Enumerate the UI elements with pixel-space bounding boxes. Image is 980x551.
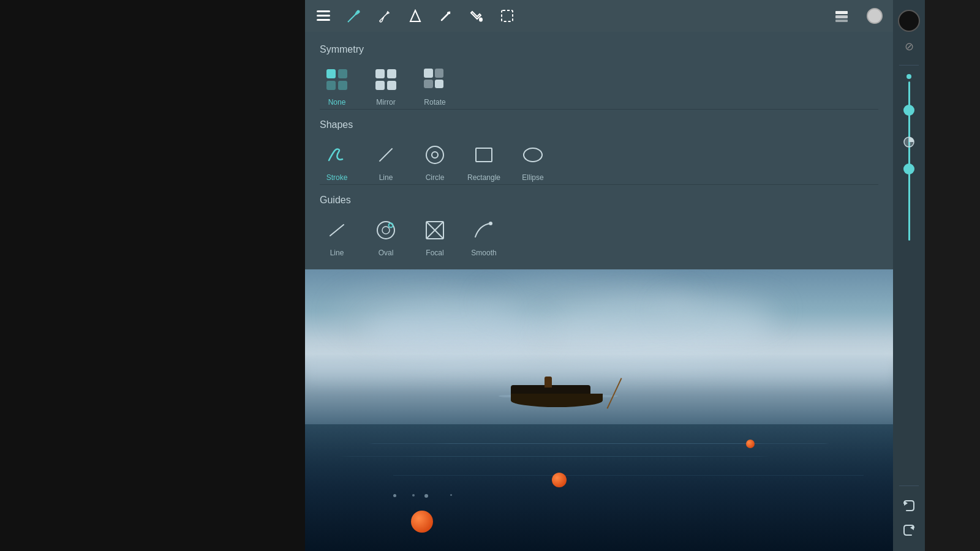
ripple-2 <box>334 456 775 457</box>
svg-rect-8 <box>835 11 848 14</box>
shape-stroke-label: Stroke <box>326 173 348 182</box>
shape-circle-button[interactable]: Circle <box>418 140 452 182</box>
oval-icon <box>374 219 398 242</box>
undo-button[interactable] <box>898 495 920 517</box>
svg-point-3 <box>357 10 360 13</box>
sidebar-color-section: ⊘ <box>898 5 920 61</box>
opacity-icon <box>902 135 916 149</box>
size-dot-small <box>907 74 911 79</box>
left-background <box>0 0 305 551</box>
shape-circle-label: Circle <box>426 173 445 182</box>
shape-ellipse-label: Ellipse <box>522 173 543 182</box>
guide-smooth-button[interactable]: Smooth <box>467 216 501 257</box>
size-slider-thumb-top[interactable] <box>903 105 914 116</box>
toolbar <box>305 0 893 32</box>
menu-button[interactable] <box>314 6 333 26</box>
shape-rectangle-label: Rectangle <box>467 173 500 182</box>
symmetry-rotate-icon <box>424 69 446 91</box>
orb-medium <box>552 473 567 487</box>
artwork <box>305 269 893 551</box>
shape-rectangle-button[interactable]: Rectangle <box>467 140 501 182</box>
sliders-section <box>907 69 911 482</box>
stroke-icon <box>325 143 349 167</box>
symmetry-mirror-button[interactable]: Mirror <box>369 65 403 107</box>
fill-tool-button[interactable] <box>467 6 486 26</box>
boat-hull <box>511 394 603 407</box>
svg-rect-13 <box>476 148 492 162</box>
guide-smooth-label: Smooth <box>471 249 496 257</box>
svg-line-4 <box>348 21 349 22</box>
guide-oval-button[interactable]: Oval <box>369 216 403 257</box>
selection-tool-button[interactable] <box>497 6 517 26</box>
shape-line-label: Line <box>379 173 393 182</box>
shape-stroke-button[interactable]: Stroke <box>320 140 354 182</box>
guide-oval-label: Oval <box>379 249 394 257</box>
redo-button[interactable] <box>898 519 920 541</box>
right-sidebar: ⊘ <box>893 0 925 551</box>
pen-tool-button[interactable] <box>344 6 364 26</box>
rectangle-icon <box>472 143 496 167</box>
guide-focal-button[interactable]: Focal <box>418 216 452 257</box>
svg-marker-25 <box>910 525 914 530</box>
shapes-items: Stroke Line Circle <box>320 140 878 182</box>
svg-point-12 <box>432 152 438 158</box>
svg-point-14 <box>524 148 542 162</box>
smooth-icon <box>472 219 496 242</box>
ripple-1 <box>364 443 834 444</box>
svg-rect-1 <box>317 15 330 17</box>
water-sparkles <box>393 494 746 498</box>
svg-point-6 <box>479 18 483 22</box>
svg-rect-7 <box>502 10 513 21</box>
guide-line-button[interactable]: Line <box>320 216 354 257</box>
boat-group <box>511 377 603 407</box>
slider-actions-divider <box>899 485 919 486</box>
symmetry-none-button[interactable]: None <box>320 65 354 107</box>
orb-large <box>411 511 433 533</box>
guides-items: Line Oval <box>320 216 878 257</box>
layers-button[interactable] <box>832 6 851 26</box>
svg-rect-2 <box>317 19 330 21</box>
svg-marker-5 <box>410 10 420 21</box>
shapes-title: Shapes <box>320 119 878 130</box>
ripple-3 <box>393 475 864 476</box>
stamp-tool-button[interactable] <box>405 6 425 26</box>
shape-ellipse-button[interactable]: Ellipse <box>516 140 550 182</box>
ellipse-icon <box>521 143 545 167</box>
no-color-button[interactable]: ⊘ <box>899 37 919 56</box>
symmetry-rotate-button[interactable]: Rotate <box>418 65 452 107</box>
size-slider-thumb-bottom[interactable] <box>903 163 914 174</box>
line-icon <box>375 144 397 166</box>
guide-line-icon <box>325 219 349 242</box>
main-area: Symmetry None <box>305 0 893 551</box>
undo-redo-section <box>898 490 920 546</box>
brush-tool-button[interactable] <box>375 6 394 26</box>
water-area <box>305 424 893 551</box>
figure-body <box>545 377 552 388</box>
symmetry-mirror-label: Mirror <box>376 98 395 107</box>
shape-line-button[interactable]: Line <box>369 140 403 182</box>
symmetry-items: None Mirror <box>320 65 878 107</box>
canvas-area[interactable] <box>305 269 893 551</box>
symmetry-mirror-icon <box>375 69 396 90</box>
svg-rect-10 <box>835 20 848 22</box>
size-slider-track <box>908 81 910 241</box>
symmetry-shapes-divider <box>320 109 878 110</box>
symmetry-title: Symmetry <box>320 44 878 55</box>
svg-rect-0 <box>317 10 330 12</box>
svg-point-11 <box>426 146 443 163</box>
color-slider-divider <box>899 65 919 66</box>
svg-marker-24 <box>904 501 908 506</box>
symmetry-rotate-label: Rotate <box>424 98 445 107</box>
svg-point-22 <box>489 222 492 225</box>
shapes-guides-divider <box>320 184 878 185</box>
svg-line-15 <box>330 225 344 236</box>
orb-small <box>746 440 755 448</box>
figure <box>511 377 603 388</box>
guides-title: Guides <box>320 195 878 206</box>
svg-point-17 <box>382 227 390 234</box>
color-picker-button[interactable] <box>865 6 884 26</box>
smudge-tool-button[interactable] <box>436 6 456 26</box>
focal-icon <box>423 219 447 242</box>
primary-color-button[interactable] <box>898 10 920 32</box>
tools-panel: Symmetry None <box>305 32 893 269</box>
